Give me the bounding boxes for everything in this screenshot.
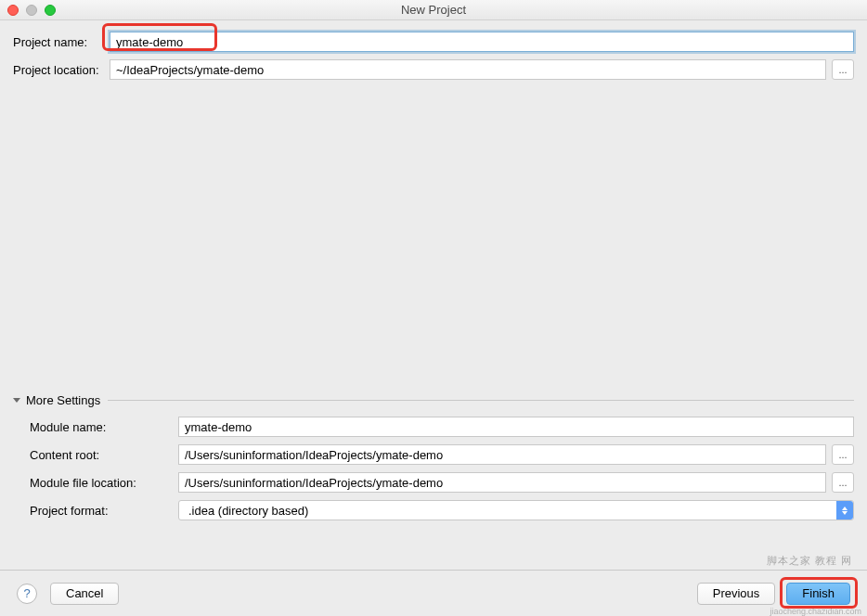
chevron-down-icon: [13, 398, 20, 403]
project-location-row: Project location: ...: [13, 59, 854, 80]
more-settings-label: More Settings: [26, 393, 100, 407]
project-format-row: Project format: .idea (directory based): [30, 500, 854, 520]
window-title: New Project: [0, 3, 867, 17]
project-name-input[interactable]: [110, 32, 854, 52]
module-name-input[interactable]: [178, 417, 854, 437]
minimize-icon: [26, 5, 37, 16]
watermark: 脚本之家 教程 网: [767, 554, 852, 568]
module-file-location-label: Module file location:: [30, 476, 178, 490]
module-file-location-input[interactable]: [178, 472, 826, 493]
divider: [108, 400, 854, 401]
more-settings-toggle[interactable]: More Settings: [13, 393, 854, 407]
browse-content-root-button[interactable]: ...: [832, 444, 854, 465]
previous-button[interactable]: Previous: [697, 583, 776, 605]
content-root-label: Content root:: [30, 448, 178, 462]
more-settings-body: Module name: Content root: ... Module fi…: [13, 417, 854, 520]
window-controls: [0, 5, 56, 16]
browse-location-button[interactable]: ...: [832, 59, 854, 80]
spacer: [13, 87, 854, 393]
titlebar: New Project: [0, 0, 867, 20]
cancel-button[interactable]: Cancel: [50, 583, 119, 605]
module-name-label: Module name:: [30, 420, 178, 434]
footer: ? Cancel Previous Finish: [0, 570, 867, 616]
module-file-location-row: Module file location: ...: [30, 472, 854, 493]
project-location-input[interactable]: [110, 59, 826, 80]
project-location-label: Project location:: [13, 63, 110, 77]
project-name-label: Project name:: [13, 35, 110, 49]
main-content: Project name: Project location: ... More…: [0, 20, 867, 539]
content-root-row: Content root: ...: [30, 444, 854, 465]
project-format-select[interactable]: .idea (directory based): [178, 500, 854, 520]
browse-module-file-button[interactable]: ...: [832, 472, 854, 493]
maximize-icon[interactable]: [45, 5, 56, 16]
finish-button[interactable]: Finish: [786, 583, 850, 605]
content-root-input[interactable]: [178, 444, 826, 465]
close-icon[interactable]: [7, 5, 19, 16]
help-button[interactable]: ?: [17, 584, 37, 604]
project-name-row: Project name:: [13, 32, 854, 52]
select-arrows-icon: [836, 501, 853, 520]
project-format-value: .idea (directory based): [178, 500, 854, 520]
module-name-row: Module name:: [30, 417, 854, 437]
project-format-label: Project format:: [30, 504, 178, 518]
